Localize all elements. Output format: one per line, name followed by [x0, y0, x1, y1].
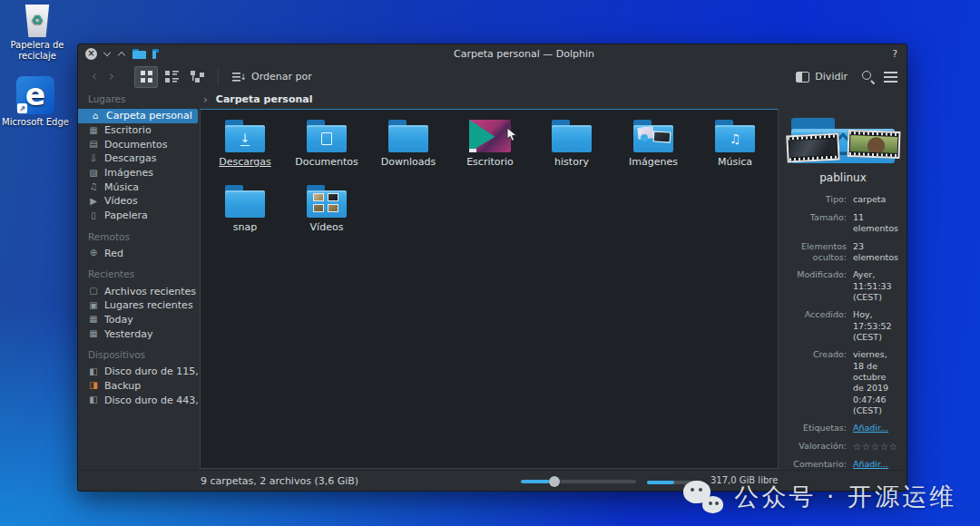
network-icon: ⊕: [88, 248, 99, 258]
search-icon[interactable]: [861, 70, 875, 83]
sidebar-item-label: Backup: [104, 380, 141, 392]
sort-by-button[interactable]: Ordenar por: [228, 66, 317, 88]
titlebar[interactable]: × Carpeta personal — Dolphin ?: [78, 44, 906, 63]
split-button[interactable]: Dividir: [791, 66, 852, 88]
pin-icon[interactable]: [152, 49, 156, 59]
sidebar-item-label: Escritorio: [104, 124, 152, 136]
forward-button[interactable]: ›: [104, 70, 119, 83]
details-view-button[interactable]: [185, 66, 209, 88]
filmstrip-thumbnail: [847, 130, 900, 159]
breadcrumb[interactable]: › Carpeta personal: [198, 90, 906, 109]
sidebar-item-label: Documentos: [104, 139, 167, 151]
sidebar-item-lugares-recientes[interactable]: ▣Lugares recientes: [88, 298, 198, 313]
add-comment-link[interactable]: Añadir...: [853, 459, 899, 470]
folder-item-escritorio[interactable]: Escritorio: [449, 117, 531, 182]
folder-item-videos[interactable]: Vídeos: [286, 182, 368, 248]
sort-by-label: Ordenar por: [251, 71, 312, 83]
folder-item-downloads[interactable]: Downloads: [368, 117, 449, 182]
recycle-symbol-icon: ♻: [31, 13, 43, 28]
wallpaper-preview: [469, 120, 511, 152]
folder-icon-music: ♫: [714, 120, 756, 152]
zoom-slider[interactable]: [521, 480, 636, 483]
detail-label: Comentario:: [787, 459, 847, 470]
toolbar-separator: [218, 69, 219, 85]
sidebar-item-papelera[interactable]: ▯Papelera: [88, 209, 198, 223]
item-details: Tipo: carpeta Tamaño: 11 elementos Eleme…: [787, 194, 899, 470]
sidebar-item-label: Papelera: [104, 209, 148, 221]
sidebar-item-descargas[interactable]: ⇩Descargas: [88, 151, 198, 166]
folder-item-musica[interactable]: ♫ Música: [694, 117, 776, 182]
sidebar-item-today[interactable]: ▦Today: [88, 313, 198, 327]
sidebar-item-imagenes[interactable]: ▨Imágenes: [88, 166, 198, 180]
rating-stars[interactable]: ☆☆☆☆☆: [853, 441, 899, 453]
trash-icon: ▯: [88, 211, 99, 220]
window-title: Carpeta personal — Dolphin: [162, 48, 886, 60]
sidebar-item-label: Disco duro de 443,2 GiB: [104, 394, 198, 406]
sidebar-item-disco-443[interactable]: ◧Disco duro de 443,2 GiB: [88, 393, 198, 407]
folder-view[interactable]: ↓ Descargas Documentos: [200, 109, 779, 469]
detail-label: Valoración:: [787, 441, 847, 453]
folder-item-snap[interactable]: snap: [204, 182, 286, 248]
calendar-icon: ▦: [88, 315, 99, 324]
detail-value: Hoy, 17:53:52 (CEST): [853, 309, 899, 343]
video-thumbnail: [328, 193, 338, 201]
folder-label: Documentos: [295, 157, 358, 167]
folder-item-descargas[interactable]: ↓ Descargas: [204, 117, 286, 182]
desktop-icon: ▦: [88, 126, 99, 135]
sidebar-item-carpeta-personal[interactable]: ⌂Carpeta personal: [78, 109, 198, 123]
icons-view-button[interactable]: [134, 66, 158, 88]
folder-icon-download: ↓: [224, 120, 266, 152]
close-button[interactable]: ×: [85, 48, 97, 60]
sidebar-item-label: Lugares recientes: [104, 299, 193, 311]
help-button[interactable]: ?: [892, 48, 899, 60]
split-label: Dividir: [815, 71, 848, 83]
sidebar-item-escritorio[interactable]: ▦Escritorio: [88, 123, 198, 138]
folder-item-imagenes[interactable]: Imágenes: [612, 117, 694, 182]
window-folder-icon: [132, 49, 146, 59]
detail-label: Modificado:: [787, 269, 847, 303]
documents-icon: ▤: [88, 140, 99, 149]
wechat-icon: [683, 481, 725, 513]
recent-files-icon: ▢: [88, 287, 99, 296]
images-icon: ▨: [88, 169, 99, 178]
sidebar-item-archivos-recientes[interactable]: ▢Archivos recientes: [88, 284, 198, 298]
folder-label: Música: [718, 157, 752, 167]
video-icon: ▶: [88, 197, 99, 206]
edge-letter: e: [25, 80, 45, 110]
detail-value: 23 elementos: [853, 241, 899, 264]
chevron-down-icon[interactable]: [103, 50, 112, 58]
sidebar-item-disco-115[interactable]: ◧Disco duro de 115,1 GiB: [88, 365, 198, 379]
folder-label: history: [554, 157, 589, 167]
detail-label: Tamaño:: [787, 212, 847, 235]
chevron-up-icon[interactable]: [118, 50, 126, 58]
breadcrumb-path[interactable]: Carpeta personal: [216, 93, 313, 105]
shortcut-arrow-icon: ↗: [17, 103, 27, 113]
sidebar-item-red[interactable]: ⊕Red: [88, 247, 198, 261]
sidebar-item-videos[interactable]: ▶Vídeos: [88, 194, 198, 209]
detail-label: Creado:: [787, 349, 847, 416]
folder-item-documentos[interactable]: Documentos: [286, 117, 368, 182]
folder-icon-pictures: [632, 120, 674, 152]
download-emblem-icon: ↓: [240, 132, 250, 146]
document-emblem-icon: [321, 132, 332, 145]
information-panel: ⌂ pablinux Tipo: carpeta Tamaño: 11 elem…: [779, 109, 906, 470]
compact-view-button[interactable]: [160, 66, 183, 88]
recycle-bin-desktop-icon[interactable]: ♻ Papelera de reciclaje: [2, 5, 73, 61]
detail-value: Ayer, 11:51:33 (CEST): [853, 269, 899, 303]
sidebar-item-label: Red: [104, 248, 123, 259]
sidebar-item-musica[interactable]: ♫Música: [88, 180, 198, 194]
video-thumbnail: [328, 204, 338, 212]
back-button[interactable]: ‹: [87, 70, 102, 83]
folder-label: Downloads: [381, 157, 436, 167]
microsoft-edge-desktop-icon[interactable]: e ↗ Microsoft Edge: [0, 76, 71, 128]
detail-value: carpeta: [853, 194, 899, 205]
zoom-slider-handle[interactable]: [549, 476, 560, 487]
sidebar-item-documentos[interactable]: ▤Documentos: [88, 137, 198, 151]
sidebar-item-yesterday[interactable]: ▦Yesterday: [88, 326, 198, 341]
edge-label: Microsoft Edge: [0, 117, 71, 128]
hamburger-menu-icon[interactable]: [884, 72, 897, 83]
folder-item-history[interactable]: history: [531, 117, 612, 182]
sidebar-item-backup[interactable]: ◨Backup: [88, 379, 198, 394]
add-tags-link[interactable]: Añadir...: [853, 423, 899, 433]
section-header-recientes: Recientes: [88, 268, 198, 279]
